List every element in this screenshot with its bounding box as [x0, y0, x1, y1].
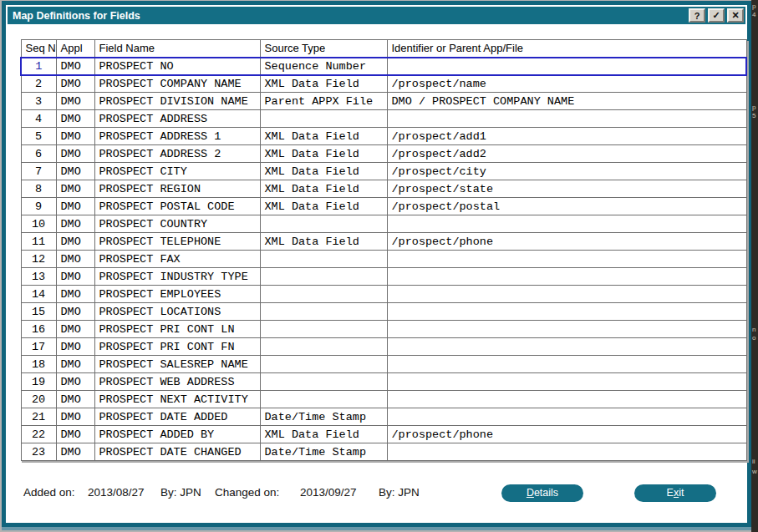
cell[interactable]: PROSPECT REGION [94, 180, 260, 198]
cell[interactable]: DMO [56, 443, 94, 461]
cell[interactable]: PROSPECT DATE CHANGED [94, 443, 260, 461]
table-row[interactable]: 15DMOPROSPECT LOCATIONS [21, 303, 746, 321]
cell[interactable]: DMO [56, 198, 94, 215]
help-button[interactable]: ? [689, 8, 705, 23]
cell[interactable]: 9 [21, 198, 56, 215]
table-row[interactable]: 3DMOPROSPECT DIVISION NAMEParent APPX Fi… [21, 93, 746, 110]
cell[interactable] [387, 58, 746, 75]
cell[interactable] [387, 338, 746, 356]
cell[interactable]: DMO [56, 268, 94, 286]
table-row[interactable]: 5DMOPROSPECT ADDRESS 1XML Data Field/pro… [21, 128, 746, 145]
cell[interactable] [387, 303, 746, 321]
cell[interactable]: 14 [21, 286, 56, 303]
cell[interactable] [260, 303, 387, 321]
cell[interactable]: DMO [56, 145, 94, 163]
cell[interactable]: PROSPECT EMPLOYEES [94, 286, 260, 303]
cell[interactable]: 11 [21, 233, 56, 251]
cell[interactable]: DMO [56, 391, 94, 408]
cell[interactable]: DMO [56, 338, 94, 356]
cell[interactable]: 13 [21, 268, 56, 286]
cell[interactable] [260, 286, 387, 303]
cell[interactable]: Date/Time Stamp [260, 408, 387, 426]
cell[interactable]: XML Data Field [260, 233, 387, 251]
cell[interactable]: PROSPECT FAX [94, 251, 260, 268]
table-row[interactable]: 18DMOPROSPECT SALESREP NAME [21, 356, 746, 373]
cell[interactable] [260, 391, 387, 408]
cell[interactable]: PROSPECT PRI CONT LN [94, 321, 260, 338]
cell[interactable] [387, 443, 746, 461]
cell[interactable]: PROSPECT ADDED BY [94, 426, 260, 443]
cell[interactable]: /prospect/city [387, 163, 746, 180]
cell[interactable] [260, 215, 387, 233]
table-row[interactable]: 4DMOPROSPECT ADDRESS [21, 110, 746, 128]
cell[interactable]: 21 [21, 408, 56, 426]
table-row[interactable]: 9DMOPROSPECT POSTAL CODEXML Data Field/p… [21, 198, 746, 215]
cell[interactable]: XML Data Field [260, 426, 387, 443]
cell[interactable]: DMO [56, 321, 94, 338]
cell[interactable]: 10 [21, 215, 56, 233]
cell[interactable]: DMO [56, 58, 94, 75]
cell[interactable]: XML Data Field [260, 128, 387, 145]
ok-button[interactable]: ✓ [708, 8, 725, 23]
table-row[interactable]: 22DMOPROSPECT ADDED BYXML Data Field/pro… [21, 426, 746, 443]
cell[interactable]: XML Data Field [260, 180, 387, 198]
cell[interactable]: DMO [56, 180, 94, 198]
cell[interactable]: DMO [56, 426, 94, 443]
table-row[interactable]: 6DMOPROSPECT ADDRESS 2XML Data Field/pro… [21, 145, 746, 163]
cell[interactable] [387, 356, 746, 373]
close-button[interactable]: ✕ [727, 8, 744, 23]
table-row[interactable]: 2DMOPROSPECT COMPANY NAMEXML Data Field/… [21, 75, 746, 93]
cell[interactable]: PROSPECT ADDRESS 2 [94, 145, 260, 163]
cell[interactable]: /prospect/name [387, 75, 746, 93]
cell[interactable]: 22 [21, 426, 56, 443]
table-row[interactable]: 17DMOPROSPECT PRI CONT FN [21, 338, 746, 356]
cell[interactable] [260, 321, 387, 338]
cell[interactable]: PROSPECT COUNTRY [94, 215, 260, 233]
cell[interactable]: /prospect/postal [387, 198, 746, 215]
cell[interactable] [260, 338, 387, 356]
cell[interactable] [387, 373, 746, 391]
cell[interactable]: DMO [56, 128, 94, 145]
cell[interactable] [387, 408, 746, 426]
cell[interactable]: /prospect/phone [387, 233, 746, 251]
field-map-table[interactable]: Seq NoApplField NameSource TypeIdentifie… [20, 39, 747, 461]
cell[interactable]: PROSPECT COMPANY NAME [94, 75, 260, 93]
cell[interactable]: 4 [21, 110, 56, 128]
titlebar[interactable]: Map Definitions for Fields ?✓✕ [8, 7, 745, 24]
table-row[interactable]: 12DMOPROSPECT FAX [21, 251, 746, 268]
cell[interactable]: XML Data Field [260, 145, 387, 163]
cell[interactable]: PROSPECT NEXT ACTIVITY [94, 391, 260, 408]
cell[interactable]: PROSPECT ADDRESS 1 [94, 128, 260, 145]
cell[interactable] [387, 215, 746, 233]
cell[interactable]: PROSPECT POSTAL CODE [94, 198, 260, 215]
table-row[interactable]: 8DMOPROSPECT REGIONXML Data Field/prospe… [21, 180, 746, 198]
cell[interactable] [387, 286, 746, 303]
cell[interactable]: DMO [56, 233, 94, 251]
cell[interactable] [260, 356, 387, 373]
table-row[interactable]: 13DMOPROSPECT INDUSTRY TYPE [21, 268, 746, 286]
cell[interactable] [387, 321, 746, 338]
cell[interactable]: DMO [56, 373, 94, 391]
cell[interactable]: 8 [21, 180, 56, 198]
cell[interactable]: PROSPECT DATE ADDED [94, 408, 260, 426]
cell[interactable]: PROSPECT WEB ADDRESS [94, 373, 260, 391]
cell[interactable]: PROSPECT NO [94, 58, 260, 75]
table-row[interactable]: 14DMOPROSPECT EMPLOYEES [21, 286, 746, 303]
cell[interactable] [260, 110, 387, 128]
exit-button[interactable]: Exit [634, 484, 716, 502]
cell[interactable] [387, 251, 746, 268]
cell[interactable]: Date/Time Stamp [260, 443, 387, 461]
cell[interactable]: 12 [21, 251, 56, 268]
cell[interactable]: /prospect/phone [387, 426, 746, 443]
cell[interactable]: DMO [56, 356, 94, 373]
table-row[interactable]: 20DMOPROSPECT NEXT ACTIVITY [21, 391, 746, 408]
table-row[interactable]: 7DMOPROSPECT CITYXML Data Field/prospect… [21, 163, 746, 180]
table-row[interactable]: 1DMOPROSPECT NOSequence Number [21, 58, 746, 75]
cell[interactable]: DMO / PROSPECT COMPANY NAME [387, 93, 746, 110]
cell[interactable]: 2 [21, 75, 56, 93]
cell[interactable]: 16 [21, 321, 56, 338]
cell[interactable]: DMO [56, 163, 94, 180]
cell[interactable]: /prospect/state [387, 180, 746, 198]
table-row[interactable]: 23DMOPROSPECT DATE CHANGEDDate/Time Stam… [21, 443, 746, 461]
cell[interactable] [260, 268, 387, 286]
